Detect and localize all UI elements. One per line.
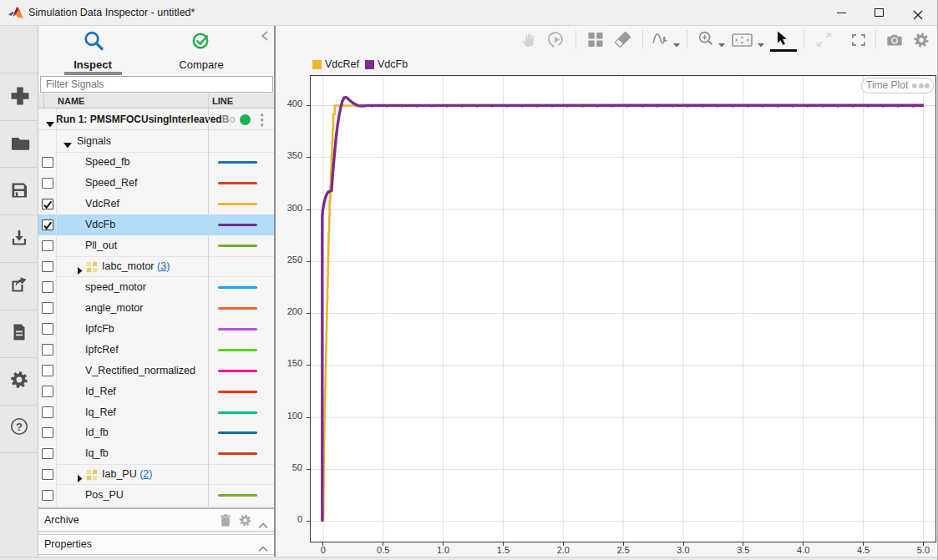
svg-text:?: ? — [16, 421, 23, 433]
